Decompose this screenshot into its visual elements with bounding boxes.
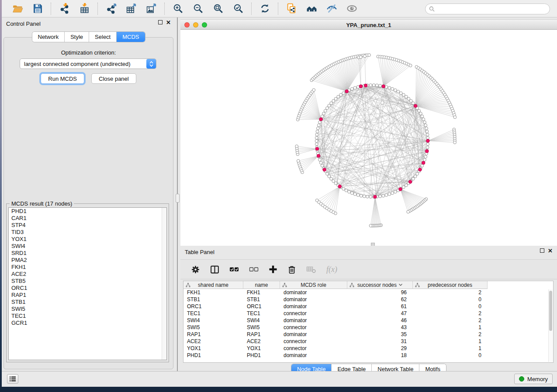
tab-network[interactable]: Network bbox=[32, 32, 65, 42]
select-all-icon bbox=[229, 265, 239, 274]
select-all-button[interactable] bbox=[229, 264, 239, 275]
add-column-icon bbox=[269, 265, 277, 274]
tab-style[interactable]: Style bbox=[65, 32, 89, 42]
float-panel-icon[interactable] bbox=[540, 248, 544, 253]
add-column-button[interactable] bbox=[269, 264, 277, 275]
mcds-result-item[interactable]: FKH1 bbox=[9, 264, 166, 271]
zoom-in-icon bbox=[173, 3, 183, 14]
first-neighbors-icon bbox=[306, 3, 317, 14]
mcds-result-item[interactable]: PMA2 bbox=[9, 257, 166, 264]
toolbar-separator bbox=[97, 3, 98, 15]
table-row[interactable]: ORC1ORC1dominator610 bbox=[183, 303, 553, 310]
open-file-button[interactable] bbox=[10, 2, 25, 16]
mcds-result-item[interactable]: STP4 bbox=[9, 222, 166, 229]
optimization-criterion-select[interactable]: largest connected component (undirected) bbox=[20, 58, 156, 69]
table-row[interactable]: TEC1TEC1connector472 bbox=[183, 310, 553, 317]
export-network-button[interactable] bbox=[103, 2, 119, 16]
copy-network-button[interactable] bbox=[284, 2, 299, 16]
column-header-successor-nodes[interactable]: successor nodes bbox=[347, 281, 413, 289]
tab-mcds[interactable]: MCDS bbox=[117, 32, 145, 42]
search-input[interactable] bbox=[437, 6, 546, 12]
close-panel-icon[interactable]: ✕ bbox=[548, 248, 553, 253]
save-button[interactable] bbox=[30, 2, 45, 16]
close-panel-icon[interactable]: ✕ bbox=[166, 20, 171, 25]
export-table-button[interactable] bbox=[123, 2, 139, 16]
tab-select[interactable]: Select bbox=[89, 32, 117, 42]
show-all-button[interactable] bbox=[344, 2, 360, 16]
column-header-shared-name[interactable]: shared name bbox=[183, 281, 243, 289]
gear-button[interactable] bbox=[191, 264, 200, 275]
split-columns-button[interactable] bbox=[210, 264, 219, 275]
control-panel-title: Control Panel bbox=[6, 21, 41, 27]
table-cell: 1 bbox=[413, 324, 488, 331]
mcds-result-item[interactable]: TID3 bbox=[9, 229, 166, 236]
table-row[interactable]: SWI5SWI5connector431 bbox=[183, 324, 553, 331]
import-table-button[interactable] bbox=[76, 2, 92, 16]
export-table-icon bbox=[126, 3, 137, 14]
table-row[interactable]: FKH1FKH1dominator962 bbox=[183, 289, 553, 296]
vertical-splitter-grip[interactable] bbox=[176, 194, 180, 203]
column-header-name[interactable]: name bbox=[243, 281, 280, 289]
first-neighbors-button[interactable] bbox=[304, 2, 319, 16]
table-row[interactable]: SWI4SWI4dominator462 bbox=[183, 317, 553, 324]
deselect-all-icon bbox=[249, 265, 259, 274]
delete-button[interactable] bbox=[287, 264, 296, 275]
table-cell: 0 bbox=[413, 352, 488, 359]
mcds-result-item[interactable]: STB1 bbox=[9, 299, 166, 306]
table-row[interactable]: RAP1RAP1dominator352 bbox=[183, 331, 553, 338]
table-row[interactable]: STB1STB1dominator620 bbox=[183, 296, 553, 303]
result-list-scrollbar[interactable] bbox=[162, 208, 166, 360]
network-window-titlebar[interactable]: YPA_prune.txt_1 bbox=[180, 19, 557, 30]
mcds-result-item[interactable]: SWI4 bbox=[9, 243, 166, 250]
network-canvas[interactable] bbox=[180, 30, 557, 246]
mcds-result-item[interactable]: RAP1 bbox=[9, 292, 166, 299]
zoom-in-button[interactable] bbox=[170, 2, 186, 16]
toolbar-separator bbox=[251, 3, 252, 15]
task-history-button[interactable] bbox=[7, 374, 18, 384]
mcds-result-item[interactable]: GCR1 bbox=[9, 320, 166, 327]
table-cell: connector bbox=[280, 345, 347, 352]
table-scrollbar-thumb[interactable] bbox=[549, 291, 552, 331]
zoom-selected-button[interactable] bbox=[230, 2, 246, 16]
search-box bbox=[425, 3, 550, 14]
memory-button[interactable]: Memory bbox=[514, 374, 553, 384]
sort-desc-icon bbox=[399, 284, 402, 286]
memory-label: Memory bbox=[527, 376, 548, 382]
zoom-fit-button[interactable] bbox=[210, 2, 226, 16]
mcds-result-item[interactable]: SRD1 bbox=[9, 250, 166, 257]
mcds-result-item[interactable]: STB5 bbox=[9, 278, 166, 285]
mcds-result-item[interactable]: PHD1 bbox=[9, 208, 166, 215]
mcds-result-item[interactable]: TEC1 bbox=[9, 313, 166, 320]
column-header-predecessor-nodes[interactable]: predecessor nodes bbox=[413, 281, 488, 289]
table-cell: FKH1 bbox=[243, 289, 280, 296]
table-cell: 2 bbox=[413, 317, 488, 324]
copy-network-icon bbox=[286, 3, 297, 14]
table-scrollbar[interactable] bbox=[548, 289, 553, 362]
close-panel-button[interactable]: Close panel bbox=[91, 73, 136, 84]
search-icon bbox=[429, 6, 435, 12]
zoom-out-button[interactable] bbox=[190, 2, 206, 16]
node-table-body: FKH1FKH1dominator962STB1STB1dominator620… bbox=[183, 289, 553, 359]
column-header-MCDS-role[interactable]: MCDS role bbox=[280, 281, 347, 289]
mcds-result-item[interactable]: CAR1 bbox=[9, 215, 166, 222]
table-row[interactable]: PHD1PHD1dominator180 bbox=[183, 352, 553, 359]
import-network-button[interactable] bbox=[56, 2, 72, 16]
run-mcds-button[interactable]: Run MCDS bbox=[41, 73, 84, 84]
vertical-splitter[interactable] bbox=[175, 17, 180, 371]
table-panel-header: Table Panel ✕ bbox=[180, 246, 557, 257]
mcds-result-item[interactable]: ORC1 bbox=[9, 285, 166, 292]
float-panel-icon[interactable] bbox=[158, 20, 163, 24]
deselect-all-button[interactable] bbox=[249, 264, 259, 275]
mcds-result-item[interactable]: YOX1 bbox=[9, 236, 166, 243]
refresh-button[interactable] bbox=[257, 2, 273, 16]
export-image-button[interactable] bbox=[143, 2, 159, 16]
mcds-result-item[interactable]: ACE2 bbox=[9, 271, 166, 278]
mcds-result-list[interactable]: PHD1CAR1STP4TID3YOX1SWI4SRD1PMA2FKH1ACE2… bbox=[8, 207, 167, 360]
shared-column-icon bbox=[282, 283, 287, 287]
hide-selected-button[interactable] bbox=[324, 2, 339, 16]
open-file-icon bbox=[12, 3, 23, 14]
mcds-result-item[interactable]: SWI5 bbox=[9, 306, 166, 313]
table-row[interactable]: YOX1YOX1connector291 bbox=[183, 345, 553, 352]
table-row[interactable]: ACE2ACE2connector311 bbox=[183, 338, 553, 345]
control-panel-tabs: NetworkStyleSelectMCDS bbox=[32, 32, 145, 42]
